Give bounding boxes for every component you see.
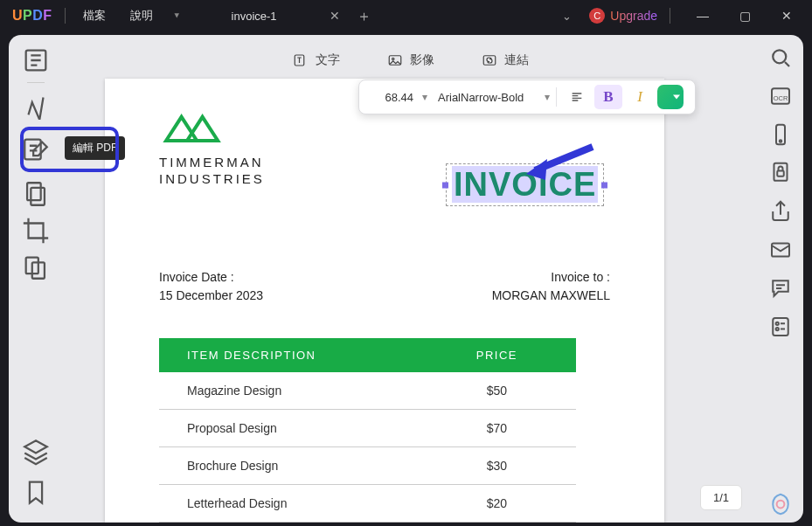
invoice-to-value: MORGAN MAXWELL bbox=[492, 287, 610, 305]
invoice-date-label: Invoice Date : bbox=[159, 268, 263, 287]
svg-point-15 bbox=[776, 322, 779, 325]
page-indicator[interactable]: 1/1 bbox=[700, 485, 742, 510]
edit-image-tool[interactable]: 影像 bbox=[387, 52, 434, 68]
align-left-button[interactable] bbox=[563, 85, 591, 109]
invoice-table: ITEM DESCRIPTION PRICE Magazine Design$5… bbox=[159, 338, 576, 523]
upgrade-label: Upgrade bbox=[610, 9, 657, 23]
table-header-description: ITEM DESCRIPTION bbox=[159, 338, 418, 372]
svg-point-10 bbox=[780, 140, 782, 142]
protect-icon[interactable] bbox=[767, 163, 794, 183]
edit-text-tool[interactable]: 文字 bbox=[293, 52, 340, 68]
search-icon[interactable] bbox=[767, 47, 794, 68]
edit-link-tool[interactable]: 連結 bbox=[482, 52, 529, 68]
left-toolbar bbox=[9, 35, 63, 523]
table-row: Proposal Design$70 bbox=[159, 409, 576, 446]
edit-text-label: 文字 bbox=[316, 52, 340, 68]
svg-rect-3 bbox=[31, 188, 45, 205]
document-tab[interactable]: ▴ invoice-1 ✕ bbox=[165, 0, 349, 31]
svg-rect-13 bbox=[772, 244, 789, 257]
edit-subtoolbar: 文字 影像 連結 bbox=[63, 47, 758, 73]
ocr-icon[interactable]: OCR bbox=[767, 86, 794, 107]
close-button[interactable]: ✕ bbox=[767, 0, 807, 31]
workspace-canvas: 編輯 PDF OCR bbox=[9, 35, 803, 523]
titlebar: UPDF 檔案 說明 ▴ invoice-1 ✕ ＋ ⌄ C Upgrade —… bbox=[0, 0, 812, 31]
table-row: Letterhead Design$20 bbox=[159, 484, 576, 522]
annotation-arrow bbox=[524, 140, 594, 186]
svg-point-17 bbox=[777, 501, 785, 509]
upgrade-button[interactable]: C Upgrade bbox=[582, 3, 664, 28]
company-logo bbox=[159, 105, 246, 151]
invoice-date-value: 15 December 2023 bbox=[159, 287, 263, 305]
divider bbox=[670, 8, 670, 24]
comment-icon[interactable] bbox=[767, 278, 794, 299]
bold-button[interactable]: B bbox=[594, 85, 622, 109]
share-icon[interactable] bbox=[767, 201, 794, 222]
phone-preview-icon[interactable] bbox=[767, 124, 794, 145]
invoice-to-label: Invoice to : bbox=[492, 268, 610, 287]
form-icon[interactable] bbox=[767, 316, 794, 337]
font-color-button[interactable] bbox=[657, 85, 684, 109]
table-row: Magazine Design$50 bbox=[159, 372, 576, 410]
maximize-button[interactable]: ▢ bbox=[725, 0, 765, 31]
tab-title: invoice-1 bbox=[179, 10, 330, 23]
tab-close-icon[interactable]: ✕ bbox=[330, 9, 340, 23]
text-format-toolbar: 68.44 ▾ ArialNarrow-Bold ▾ B I bbox=[358, 80, 696, 114]
divider bbox=[65, 8, 66, 24]
font-family-dropdown-icon[interactable]: ▾ bbox=[545, 91, 550, 103]
edit-link-label: 連結 bbox=[504, 52, 529, 68]
upgrade-avatar: C bbox=[589, 8, 605, 24]
font-size-dropdown-icon[interactable]: ▾ bbox=[420, 91, 434, 103]
updf-ai-icon[interactable] bbox=[767, 502, 794, 523]
invoice-info-row: Invoice Date : 15 December 2023 Invoice … bbox=[159, 268, 610, 305]
annotate-icon[interactable] bbox=[21, 90, 51, 120]
left-toolbar-highlight bbox=[20, 127, 119, 172]
menu-help[interactable]: 說明 bbox=[118, 0, 165, 31]
font-family-label: ArialNarrow-Bold bbox=[438, 91, 524, 104]
svg-rect-14 bbox=[773, 318, 788, 336]
italic-button[interactable]: I bbox=[626, 85, 654, 109]
right-toolbar: OCR bbox=[758, 35, 803, 523]
organize-pages-icon[interactable] bbox=[21, 179, 51, 209]
bookmark-icon[interactable] bbox=[21, 477, 51, 507]
edit-image-label: 影像 bbox=[410, 52, 434, 68]
svg-point-6 bbox=[773, 50, 786, 63]
crop-page-icon[interactable] bbox=[21, 216, 51, 246]
svg-rect-21 bbox=[483, 56, 496, 66]
svg-rect-2 bbox=[27, 183, 41, 200]
svg-rect-12 bbox=[777, 171, 784, 176]
menu-file[interactable]: 檔案 bbox=[71, 0, 118, 31]
table-row: Brochure Design$30 bbox=[159, 446, 576, 484]
window-controls: — ▢ ✕ bbox=[683, 0, 807, 31]
tabs-overflow-icon[interactable]: ⌄ bbox=[551, 0, 582, 31]
tab-dropdown-icon[interactable]: ▴ bbox=[174, 10, 179, 22]
page-tools-icon[interactable] bbox=[21, 253, 51, 282]
svg-point-20 bbox=[392, 58, 393, 59]
layers-icon[interactable] bbox=[21, 437, 51, 467]
table-header-price: PRICE bbox=[418, 338, 576, 372]
email-icon[interactable] bbox=[767, 239, 794, 260]
reader-mode-icon[interactable] bbox=[21, 45, 51, 75]
font-family-field[interactable]: ArialNarrow-Bold ▾ bbox=[438, 85, 550, 109]
svg-text:OCR: OCR bbox=[774, 94, 788, 102]
app-logo: UPDF bbox=[5, 8, 59, 24]
new-tab-button[interactable]: ＋ bbox=[349, 0, 380, 31]
minimize-button[interactable]: — bbox=[683, 0, 723, 31]
svg-point-16 bbox=[776, 328, 779, 330]
company-name: TIMMERMANINDUSTRIES bbox=[159, 155, 246, 188]
table-subtotal-row: SUBTOTAL :$170 bbox=[159, 522, 576, 523]
font-size-field[interactable]: 68.44 bbox=[366, 85, 417, 109]
